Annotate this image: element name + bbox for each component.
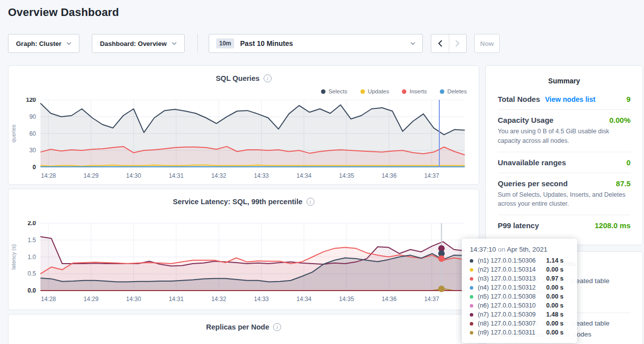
graph-scope-dropdown[interactable]: Graph: Cluster [8,34,79,53]
summary-description: Sum of Selects, Updates, Inserts, and De… [498,190,631,209]
tooltip-node-value: 0.00 s [546,293,564,300]
tooltip-row: (n6) 127.0.0.1:503100.00 s [470,301,569,310]
tooltip-row: (n1) 127.0.0.1:503061.14 s [470,256,569,265]
legend-dot-icon [440,89,444,94]
summary-row: Unavailable ranges0 [498,152,631,173]
info-icon[interactable]: i [273,323,281,331]
tooltip-node-value: 0.00 s [546,284,564,291]
dashboard-dropdown[interactable]: Dashboard: Overview [92,34,185,53]
summary-value: 1208.0 ms [595,221,631,230]
tooltip-node-value: 1.14 s [546,257,564,264]
legend-dot-icon [360,89,365,94]
summary-description: You are using 0 B of 4.5 GiB usable disk… [498,127,631,146]
tooltip-row: (n5) 127.0.0.1:503080.00 s [470,292,569,301]
node-color-dot-icon [470,286,473,290]
service-latency-chart-plot[interactable]: 0.00.51.01.52.014:2814:2914:3014:3114:32… [8,221,480,306]
now-button[interactable]: Now [474,34,500,53]
replicas-per-node-panel: Replicas per Node i [8,314,479,344]
time-forward-button[interactable] [449,34,467,52]
tooltip-node-label: (n4) 127.0.0.1:50312 [478,284,546,291]
legend-label: Updates [368,88,389,94]
tooltip-node-label: (n3) 127.0.0.1:50313 [478,275,546,282]
legend-dot-icon [321,89,325,94]
sql-queries-chart-plot[interactable]: 030609012014:2814:2914:3014:3114:3214:33… [8,98,480,183]
chart-title-row: Service Latency: SQL, 99th percentile i [8,198,479,206]
svg-text:14:28: 14:28 [41,296,56,303]
svg-text:1.5: 1.5 [27,237,36,244]
legend-item: Deletes [440,88,467,94]
tooltip-row: (n8) 127.0.0.1:503070.00 s [470,319,569,328]
legend-label: Deletes [447,88,467,94]
svg-text:14:37: 14:37 [424,172,439,179]
time-back-button[interactable] [431,34,449,52]
tooltip-node-label: (n2) 127.0.0.1:50314 [478,266,546,273]
node-color-dot-icon [470,259,473,263]
svg-text:30: 30 [29,147,36,154]
tooltip-row: (n9) 127.0.0.1:503110.00 s [470,328,569,337]
time-range-selector[interactable]: 10m Past 10 Minutes [209,34,423,53]
svg-text:14:36: 14:36 [381,172,396,179]
node-color-dot-icon [470,322,473,326]
overview-dashboard-page: Overview Dashboard Graph: Cluster Dashbo… [0,0,644,344]
svg-text:120: 120 [26,98,36,103]
legend-item: Updates [360,88,389,94]
legend-item: Selects [321,88,347,94]
node-color-dot-icon [470,313,473,317]
tooltip-node-value: 0.97 s [546,275,564,282]
summary-row: Capacity Usage0.00%You are using 0 B of … [498,109,631,152]
svg-text:14:34: 14:34 [297,172,312,179]
chart-hover-tooltip: 14:37:10 on Apr 5th, 2021 (n1) 127.0.0.1… [462,239,577,343]
dashboard-dropdown-label: Dashboard: Overview [100,40,167,47]
summary-row: Queries per second87.5Sum of Selects, Up… [498,173,631,215]
node-color-dot-icon [470,295,473,299]
tooltip-node-label: (n8) 127.0.0.1:50307 [478,320,546,327]
node-color-dot-icon [470,331,473,335]
chevron-down-icon [172,42,177,45]
summary-value: 87.5 [616,179,631,188]
svg-text:14:30: 14:30 [126,296,141,303]
svg-text:14:29: 14:29 [83,296,98,303]
summary-label: Unavailable ranges [498,158,566,167]
summary-value: 9 [627,95,631,103]
chevron-down-icon [410,42,415,45]
time-range-badge: 10m [216,38,234,48]
node-color-dot-icon [470,277,473,281]
summary-label: Queries per second [498,179,568,188]
svg-text:14:37: 14:37 [424,296,439,303]
tooltip-row: (n4) 127.0.0.1:503120.00 s [470,283,569,292]
summary-title: Summary [498,74,631,89]
svg-text:14:28: 14:28 [41,172,56,179]
svg-text:14:34: 14:34 [297,296,312,303]
tooltip-row: (n7) 127.0.0.1:503091.48 s [470,310,569,319]
time-pager [431,34,467,53]
svg-text:14:29: 14:29 [83,172,98,179]
summary-row: Total NodesView nodes list9 [498,89,631,109]
summary-value: 0 [627,158,631,167]
sql-queries-chart-title: SQL Queries [216,74,260,82]
tooltip-node-label: (n7) 127.0.0.1:50309 [478,311,546,318]
summary-label: Capacity Usage [498,116,554,124]
legend-dot-icon [402,89,406,94]
summary-label: Total Nodes [498,95,540,103]
svg-text:14:35: 14:35 [339,172,354,179]
svg-text:0.5: 0.5 [27,270,36,277]
legend-label: Inserts [409,88,427,94]
page-title: Overview Dashboard [8,6,119,19]
tooltip-row: (n2) 127.0.0.1:503140.00 s [470,265,569,274]
svg-text:0.0: 0.0 [27,287,36,294]
graph-scope-label: Graph: Cluster [16,40,61,47]
tooltip-node-value: 1.48 s [546,311,564,318]
view-nodes-list-link[interactable]: View nodes list [545,95,596,103]
svg-text:90: 90 [29,113,36,120]
summary-label: P99 latency [498,221,539,230]
tooltip-node-label: (n5) 127.0.0.1:50308 [478,293,546,300]
tooltip-timestamp: 14:37:10 on Apr 5th, 2021 [470,244,569,256]
sql-queries-legend: SelectsUpdatesInsertsDeletes [321,88,467,94]
svg-text:14:31: 14:31 [169,296,184,303]
tooltip-node-value: 0.00 s [546,329,564,336]
info-icon[interactable]: i [307,198,315,206]
svg-text:14:33: 14:33 [254,172,269,179]
time-range-label: Past 10 Minutes [240,39,293,47]
info-icon[interactable]: i [264,74,272,82]
svg-text:14:35: 14:35 [339,296,354,303]
